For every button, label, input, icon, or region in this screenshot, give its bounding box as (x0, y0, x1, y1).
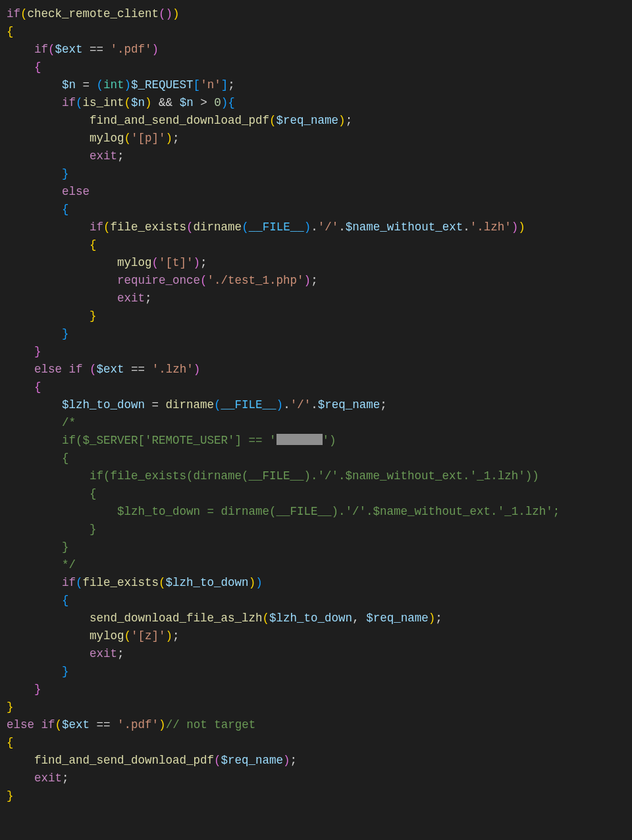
token-br2: ( (90, 363, 97, 376)
token-br3: } (62, 167, 69, 180)
token-var: $lzh_to_down (166, 576, 249, 589)
token-kw: if (34, 43, 48, 56)
token-fn: is_int (83, 96, 124, 109)
token-fn: check_remote_client (28, 7, 159, 20)
code-block: if(check_remote_client()) { if($ext == '… (0, 0, 632, 810)
token-var: $req_name (318, 398, 381, 411)
token-br2: } (34, 683, 41, 696)
token-kw: else (7, 718, 34, 731)
token-var: $_REQUEST (131, 78, 194, 92)
token-br3: ] (221, 78, 228, 92)
token-br: { (7, 736, 14, 749)
token-op: = (145, 398, 166, 411)
token-br3: { (62, 203, 69, 216)
token-cmt: { (62, 452, 69, 465)
token-fn: find_and_send_download_pdf (90, 114, 269, 127)
token-br: ( (103, 221, 111, 234)
token-str: '.pdf' (117, 718, 159, 731)
token-kw: if (7, 7, 20, 20)
token-cmt: { (90, 487, 97, 500)
token-op: ; (172, 629, 180, 643)
token-br: ( (159, 576, 166, 589)
token-br: ) (145, 96, 152, 109)
token-br: ) (249, 576, 256, 589)
token-kw: if (90, 221, 103, 234)
token-cmt: /* (62, 416, 76, 429)
token-typ: int (103, 78, 124, 92)
token-br: ( (124, 629, 132, 643)
token-br: ) (429, 612, 436, 625)
token-kw: if (41, 718, 55, 731)
token-br2: ) (194, 363, 201, 376)
token-op (34, 718, 41, 731)
token-op: && (152, 96, 180, 109)
token-br2: { (34, 61, 41, 74)
token-fn: mylog (90, 629, 124, 643)
token-br: } (7, 789, 14, 802)
token-var: $n (180, 96, 194, 109)
token-fn: file_exists (111, 221, 187, 234)
token-var: $ext (97, 363, 124, 376)
token-kw: require_once (117, 274, 200, 287)
token-cmt: ') (323, 434, 336, 447)
token-br2: ( (200, 274, 207, 287)
token-num: 0 (214, 96, 221, 109)
redacted-text (276, 434, 323, 445)
token-str: './test_1.php' (207, 274, 304, 287)
token-str: '/' (290, 398, 311, 411)
token-br3: ( (242, 221, 249, 234)
token-br2: ( (214, 754, 221, 767)
token-br: { (90, 238, 97, 251)
token-br: ) (166, 629, 173, 643)
token-br: ) (338, 114, 346, 127)
token-op: == (90, 718, 117, 731)
token-op: . (311, 221, 318, 234)
token-var: $n (62, 78, 76, 92)
token-kw: if (69, 363, 83, 376)
token-br3: [ (194, 78, 201, 92)
token-fn: file_exists (83, 576, 159, 589)
token-str: '.lzh' (152, 363, 194, 376)
token-op: , (352, 612, 366, 625)
token-br3: ) (304, 221, 311, 234)
token-cmt: $lzh_to_down = dirname(__FILE__).'/'.$na… (117, 505, 560, 518)
token-br2: ( (48, 43, 55, 56)
token-op: ; (435, 612, 442, 625)
token-op: . (283, 398, 290, 411)
token-op: ; (145, 292, 152, 305)
token-kw: exit (90, 149, 117, 163)
token-br: { (7, 25, 14, 38)
token-br2: ) (304, 274, 311, 287)
token-br2: ) (152, 43, 159, 56)
token-br2: ( (159, 7, 166, 20)
token-op: . (311, 398, 318, 411)
token-cmt: } (62, 540, 69, 554)
token-br2: ) (512, 221, 519, 234)
token-fn: dirname (194, 221, 242, 234)
token-op (62, 363, 69, 376)
token-br: ( (20, 7, 28, 20)
token-str: '.lzh' (470, 221, 512, 234)
token-br2: ) (194, 256, 201, 269)
token-kw: else (34, 363, 62, 376)
token-br3: ( (97, 78, 104, 92)
token-str: 'n' (200, 78, 221, 92)
token-kw: else (62, 185, 90, 198)
token-op: ; (380, 398, 387, 411)
token-var: $req_name (366, 612, 429, 625)
token-kw: exit (90, 647, 117, 660)
token-var: $req_name (221, 754, 284, 767)
token-var: $lzh_to_down (62, 398, 145, 411)
token-var: $ext (62, 718, 90, 731)
token-op: ; (172, 132, 180, 145)
token-cmt: } (90, 523, 97, 536)
token-fn: send_download_file_as_lzh (90, 612, 263, 625)
token-cst: __FILE__ (221, 398, 276, 411)
token-op: > (194, 96, 215, 109)
token-br: ) (172, 7, 180, 20)
token-cmt: */ (62, 558, 76, 571)
token-kw: if (62, 96, 76, 109)
token-br3: ( (76, 96, 83, 109)
token-br: ) (518, 221, 525, 234)
token-br: ) (166, 132, 173, 145)
